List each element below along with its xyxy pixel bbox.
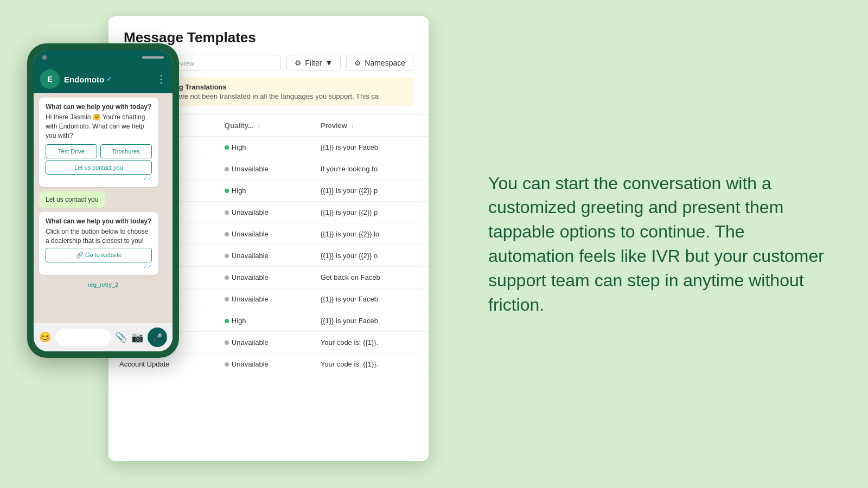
description-text: You can start the conversation with a cu… (488, 171, 825, 317)
reg-retry-label: reg_retry_2 (39, 279, 167, 290)
col-quality: Quality... ↕ (214, 115, 310, 137)
test-drive-button[interactable]: Test Drive (46, 144, 97, 158)
preview-cell: Your code is: {{1}}. (310, 332, 429, 354)
preview-cell: {{1}} is your Faceb (310, 310, 429, 332)
follow-up-bold: What can we help you with today? (46, 217, 152, 225)
dashboard-title: Message Templates (124, 29, 413, 46)
quality-cell: Unavailable (214, 223, 310, 245)
menu-icon[interactable]: ⋮ (156, 73, 166, 85)
right-section: You can start the conversation with a cu… (445, 139, 868, 350)
quality-dot (225, 275, 229, 280)
preview-cell: If you're looking fo (310, 158, 429, 180)
quality-cell: High (214, 137, 310, 158)
chevron-down-icon: ▼ (325, 59, 333, 67)
gear-icon: ⚙ (354, 59, 361, 67)
preview-cell: {{1}} is your Faceb (310, 288, 429, 310)
left-section: Message Templates 🔍 name or preview ⚙ Fi… (0, 0, 445, 488)
whatsapp-header: E Endomoto ✓ ⋮ (34, 65, 173, 93)
preview-cell: {{1}} is your {{2}} p (310, 180, 429, 202)
chat-bubble-1: What can we help you with today? Hi ther… (39, 98, 158, 187)
preview-cell: {{1}} is your {{2}} o (310, 245, 429, 267)
phone-container: E Endomoto ✓ ⋮ What can we help you with… (27, 43, 179, 358)
quality-dot (225, 297, 229, 301)
namespace-button[interactable]: ⚙ Namespace (346, 55, 413, 71)
contact-button[interactable]: Let us contact you (46, 160, 152, 175)
preview-cell: {{1}} is your {{2}} lo (310, 223, 429, 245)
chat-bubble-2: What can we help you with today? Click o… (39, 212, 158, 275)
quality-value: Unavailable (232, 273, 269, 281)
greeting-text: Hi there Jasmin 🤗 You're chatting with E… (46, 113, 152, 140)
follow-up-text: Click on the button below to choose a de… (46, 227, 152, 246)
quality-dot (225, 232, 229, 236)
sent-message: Let us contact you (39, 191, 105, 208)
preview-cell: Your code is: {{1}}. (310, 354, 429, 375)
quality-cell: Unavailable (214, 267, 310, 288)
verified-icon: ✓ (106, 75, 112, 83)
contact-name: Endomoto ✓ (64, 75, 112, 84)
preview-cell: Get back on Faceb (310, 267, 429, 288)
greeting-bold: What can we help you with today? (46, 103, 152, 111)
chat-area: What can we help you with today? Hi ther… (34, 93, 173, 323)
sort-icon: ↕ (257, 123, 260, 129)
quality-cell: Unavailable (214, 202, 310, 223)
quality-cell: High (214, 180, 310, 202)
message-tick: ✓✓ (46, 176, 152, 182)
message-input[interactable] (55, 329, 111, 346)
quality-cell: Unavailable (214, 332, 310, 354)
quality-value: High (232, 187, 246, 195)
website-button[interactable]: 🔗 Go to website (46, 248, 152, 262)
col-preview: Preview ↕ (310, 115, 429, 137)
phone-screen: E Endomoto ✓ ⋮ What can we help you with… (34, 50, 173, 351)
quality-value: Unavailable (232, 252, 269, 260)
attachment-icon[interactable]: 📎 (115, 331, 127, 343)
phone-line (142, 56, 164, 59)
quality-cell: Unavailable (214, 354, 310, 375)
quality-value: Unavailable (232, 230, 269, 238)
quality-cell: Unavailable (214, 288, 310, 310)
quality-value: Unavailable (232, 338, 269, 346)
camera-icon[interactable]: 📷 (131, 331, 143, 343)
quality-dot (225, 341, 229, 345)
brochures-button[interactable]: Brochures (100, 144, 152, 158)
preview-cell: {{1}} is your {{2}} p (310, 202, 429, 223)
preview-cell: {{1}} is your Faceb (310, 137, 429, 158)
quality-value: Unavailable (232, 295, 269, 303)
quality-dot (225, 210, 229, 215)
phone-dot (42, 55, 47, 60)
action-buttons: Test Drive Brochures (46, 144, 152, 158)
quality-value: High (232, 317, 246, 325)
filter-icon: ⚙ (295, 59, 302, 67)
filter-button[interactable]: ⚙ Filter ▼ (286, 55, 341, 71)
sort-icon: ↕ (351, 123, 354, 129)
quality-value: Unavailable (232, 208, 269, 216)
quality-dot (225, 362, 229, 367)
quality-value: High (232, 143, 246, 151)
quality-value: Unavailable (232, 165, 269, 173)
quality-cell: Unavailable (214, 245, 310, 267)
quality-cell: High (214, 310, 310, 332)
emoji-icon[interactable]: 😊 (39, 331, 51, 343)
quality-cell: Unavailable (214, 158, 310, 180)
input-bar: 😊 📎 📷 🎤 (34, 323, 173, 351)
quality-dot (225, 189, 229, 193)
quality-dot (225, 167, 229, 171)
quality-value: Unavailable (232, 360, 269, 368)
quality-dot (225, 319, 229, 323)
avatar: E (40, 69, 60, 89)
message-tick-2: ✓✓ (46, 264, 152, 269)
quality-dot (225, 145, 229, 150)
mic-button[interactable]: 🎤 (148, 328, 167, 347)
phone-status-bar (34, 50, 173, 65)
quality-dot (225, 254, 229, 258)
